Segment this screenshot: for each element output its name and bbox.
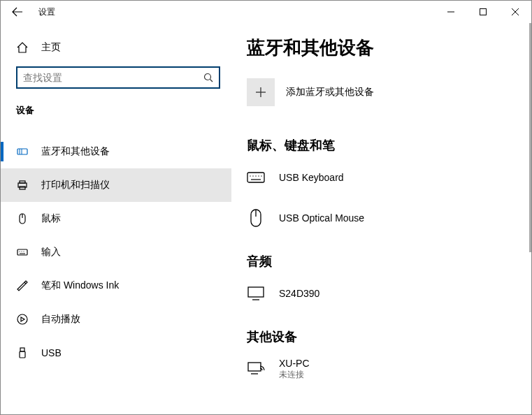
home-link[interactable]: 主页 — [1, 36, 231, 59]
device-row[interactable]: S24D390 — [247, 278, 510, 309]
window-controls — [435, 1, 531, 23]
page-title: 蓝牙和其他设备 — [247, 36, 510, 60]
close-button[interactable] — [499, 1, 531, 23]
minimize-icon — [447, 8, 454, 15]
svg-point-2 — [205, 74, 211, 80]
settings-window: 设置 主页 — [0, 0, 532, 415]
sidebar-item-label: USB — [41, 347, 62, 358]
sidebar-item-usb[interactable]: USB — [1, 336, 231, 370]
device-group-audio: 音频 S24D390 — [247, 253, 510, 309]
svg-rect-22 — [247, 173, 264, 182]
svg-rect-1 — [480, 9, 487, 15]
svg-rect-19 — [20, 351, 25, 358]
sidebar-item-label: 打印机和扫描仪 — [41, 179, 110, 191]
nav-list: 蓝牙和其他设备 打印机和扫描仪 鼠标 — [1, 135, 231, 370]
mouse-icon — [16, 212, 29, 225]
svg-point-25 — [255, 175, 256, 176]
device-group-mouse-keyboard: 鼠标、键盘和笔 USB Keyboard USB Optical Mouse — [247, 137, 510, 233]
device-row[interactable]: USB Optical Mouse — [247, 203, 510, 233]
svg-point-14 — [21, 251, 22, 252]
svg-rect-18 — [20, 348, 24, 351]
mouse-icon — [247, 208, 265, 228]
device-row[interactable]: XU-PC 未连接 — [247, 354, 510, 384]
sidebar-item-label: 输入 — [41, 246, 61, 259]
device-name: USB Optical Mouse — [279, 212, 364, 224]
search-input[interactable] — [23, 72, 203, 83]
sidebar-item-label: 蓝牙和其他设备 — [41, 145, 110, 158]
arrow-left-icon — [12, 6, 23, 17]
search-box[interactable] — [16, 66, 220, 89]
add-device-button[interactable]: 添加蓝牙或其他设备 — [247, 78, 510, 106]
group-title: 音频 — [247, 253, 510, 270]
window-title: 设置 — [38, 6, 55, 18]
svg-rect-12 — [17, 249, 27, 255]
search-icon — [203, 73, 213, 82]
home-label: 主页 — [41, 41, 61, 54]
minimize-button[interactable] — [435, 1, 467, 23]
device-status: 未连接 — [279, 369, 310, 381]
sidebar-item-label: 笔和 Windows Ink — [41, 279, 119, 292]
usb-icon — [16, 347, 29, 359]
add-device-label: 添加蓝牙或其他设备 — [286, 86, 374, 99]
svg-rect-33 — [248, 363, 261, 371]
sidebar-item-printers[interactable]: 打印机和扫描仪 — [1, 168, 231, 202]
bluetooth-icon — [16, 145, 29, 158]
sidebar-item-pen[interactable]: 笔和 Windows Ink — [1, 269, 231, 303]
sidebar-item-mouse[interactable]: 鼠标 — [1, 202, 231, 235]
autoplay-icon — [16, 313, 29, 326]
device-name: USB Keyboard — [279, 172, 344, 183]
sidebar-item-autoplay[interactable]: 自动播放 — [1, 303, 231, 336]
pen-icon — [16, 279, 29, 292]
device-row[interactable]: USB Keyboard — [247, 162, 510, 193]
close-icon — [512, 8, 519, 15]
home-icon — [16, 41, 29, 54]
titlebar: 设置 — [1, 1, 531, 23]
svg-rect-31 — [248, 287, 264, 297]
sidebar-item-label: 自动播放 — [41, 313, 80, 326]
plus-icon — [247, 78, 275, 106]
svg-point-27 — [261, 175, 261, 176]
back-button[interactable] — [6, 1, 29, 23]
sidebar-item-label: 鼠标 — [41, 212, 61, 225]
monitor-icon — [247, 286, 265, 301]
device-group-other: 其他设备 XU-PC 未连接 — [247, 328, 510, 384]
device-name: XU-PC — [279, 358, 310, 369]
svg-point-24 — [252, 175, 253, 176]
content-pane: 蓝牙和其他设备 添加蓝牙或其他设备 鼠标、键盘和笔 USB Keyboard — [231, 23, 531, 414]
sidebar: 主页 设备 蓝牙和其他设备 — [1, 23, 231, 414]
sidebar-item-input[interactable]: 输入 — [1, 235, 231, 269]
svg-point-15 — [23, 251, 24, 252]
svg-point-23 — [250, 175, 250, 176]
svg-point-26 — [258, 175, 259, 176]
scrollbar[interactable] — [529, 23, 531, 252]
svg-point-17 — [17, 314, 27, 324]
keyboard-icon — [16, 246, 29, 259]
maximize-button[interactable] — [467, 1, 499, 23]
section-label: 设备 — [1, 99, 231, 122]
sidebar-item-bluetooth[interactable]: 蓝牙和其他设备 — [1, 135, 231, 168]
maximize-icon — [480, 8, 487, 15]
svg-point-13 — [19, 251, 20, 252]
pc-icon — [247, 361, 265, 377]
keyboard-icon — [247, 170, 265, 184]
group-title: 其他设备 — [247, 328, 510, 345]
printer-icon — [16, 179, 29, 191]
svg-rect-4 — [17, 149, 27, 154]
device-name: S24D390 — [279, 288, 319, 299]
svg-rect-8 — [20, 181, 25, 183]
svg-line-3 — [210, 80, 213, 82]
group-title: 鼠标、键盘和笔 — [247, 137, 510, 154]
